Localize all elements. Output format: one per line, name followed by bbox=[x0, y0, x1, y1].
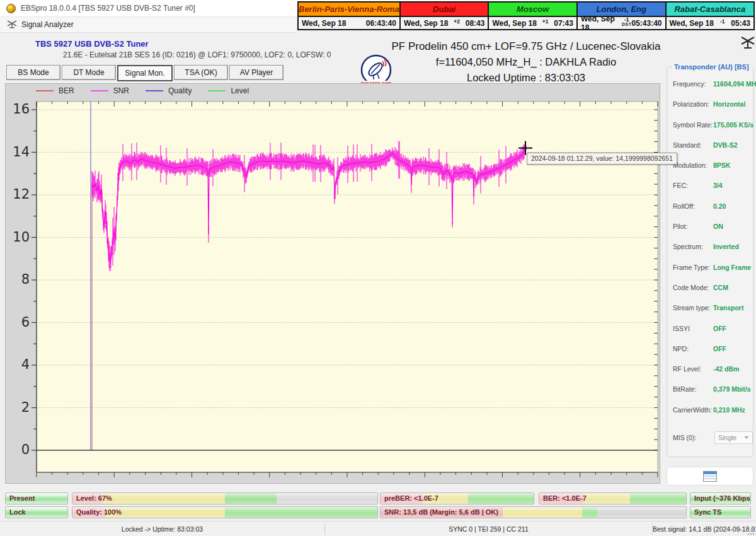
field-npd: NPD:OFF bbox=[667, 345, 753, 365]
field-frequency: Frequency:11604,094 MHz bbox=[667, 80, 753, 100]
level-bar: Level: 67% bbox=[72, 492, 378, 504]
clock-offset: -1 bbox=[720, 20, 725, 24]
field-pilot: Pilot:ON bbox=[667, 223, 753, 243]
clock-offset: +1 bbox=[542, 20, 549, 24]
field-code-mode: Code Mode:CCM bbox=[667, 284, 753, 304]
clock-time: 06:43:40 bbox=[366, 19, 396, 28]
tuner-details: 21.6E - Eutelsat 21B SES 16 (ID: 0216) @… bbox=[63, 50, 331, 59]
present-indicator: Present bbox=[5, 492, 68, 504]
chevron-down-icon bbox=[744, 436, 749, 439]
clock-moscow: Moscow Wed, Sep 18+107:43 bbox=[488, 1, 578, 30]
field-rf-level: RF Level:-42 dBm bbox=[667, 365, 753, 385]
chart-tooltip: 2024-09-18 01.12.29, value: 14,199999809… bbox=[527, 153, 677, 165]
clock-offset: +2 bbox=[454, 20, 460, 24]
clock-dst-label: DST bbox=[622, 22, 632, 26]
field-spectrum: Spectrum:Inverted bbox=[667, 243, 753, 263]
toolbar: Signal Analyzer bbox=[0, 17, 296, 32]
ber-line-swatch bbox=[36, 90, 54, 91]
tab-bs-mode[interactable]: BS Mode bbox=[6, 65, 60, 80]
table-icon bbox=[703, 471, 717, 482]
transponder-panel-title: Transponder (AU) [BS] bbox=[672, 63, 751, 71]
clock-city-label: Moscow bbox=[489, 3, 576, 17]
chart-plot-area[interactable] bbox=[6, 84, 661, 484]
field-modulation: Modulation:8PSK bbox=[667, 161, 753, 182]
tuner-name: TBS 5927 USB DVB-S2 Tuner bbox=[35, 39, 149, 49]
transponder-fields: Frequency:11604,094 MHz Polarization:Hor… bbox=[667, 80, 753, 445]
legend-item-level: Level bbox=[208, 86, 249, 95]
clock-city-label: Berlin-Paris-Vienna-Roma bbox=[299, 3, 399, 17]
field-rolloff: RollOff:0.20 bbox=[667, 202, 753, 223]
field-carrier-width: CarrierWidth:0,210 MHz bbox=[667, 406, 753, 426]
clock-time: 07:43 bbox=[554, 19, 573, 28]
lock-indicator: Lock bbox=[5, 506, 68, 518]
clock-date: Wed, Sep 18 bbox=[581, 15, 622, 32]
chart-legend: BER SNR Quality Level bbox=[36, 86, 249, 95]
quality-line-swatch bbox=[146, 90, 163, 91]
y-axis-label: 6 bbox=[11, 315, 30, 330]
level-line-swatch bbox=[208, 90, 226, 91]
y-axis-label: 10 bbox=[11, 230, 30, 245]
y-axis-label: 0 bbox=[11, 442, 30, 457]
world-clocks: Berlin-Paris-Vienna-Roma Wed, Sep 1806:4… bbox=[297, 1, 755, 30]
field-standard: Standard:DVB-S2 bbox=[667, 141, 753, 161]
signal-chart[interactable]: BER SNR Quality Level 16 14 12 10 8 6 4 … bbox=[5, 83, 660, 484]
transponder-panel: Transponder (AU) [BS] Frequency:11604,09… bbox=[667, 67, 753, 457]
toolbar-divider bbox=[0, 32, 296, 33]
header-frequency-line: f=11604,050 MHz_H_ : DAKHLA Radio bbox=[378, 54, 674, 70]
sync-ts-indicator: Sync TS bbox=[690, 506, 751, 518]
status-bar: Locked -> Uptime: 83:03:03 SYNC 0 | TEI … bbox=[0, 521, 756, 536]
clock-offset: -1 bbox=[624, 18, 629, 22]
app-icon bbox=[6, 4, 16, 13]
clock-city-label: Dubai bbox=[401, 3, 488, 17]
input-indicator: Input (~376 Kbps) bbox=[690, 492, 751, 504]
tab-av-player[interactable]: AV Player bbox=[229, 65, 284, 80]
clock-city-label: Rabat-Casablanca bbox=[667, 3, 754, 17]
legend-item-ber: BER bbox=[36, 86, 74, 95]
status-best-signal: Best signal: 14,1 dB (2024-09-18 01:12) bbox=[653, 521, 747, 536]
field-bitrate: BitRate:0,379 Mbit/s bbox=[667, 385, 753, 405]
clock-date: Wed, Sep 18 bbox=[404, 19, 448, 28]
mis-dropdown[interactable]: Single bbox=[714, 431, 753, 444]
status-sync: SYNC 0 | TEI 259 | CC 211 bbox=[325, 521, 652, 536]
preber-bar: preBER: <1.0E-7 bbox=[380, 492, 534, 504]
clock-date: Wed, Sep 18 bbox=[302, 19, 346, 28]
toolbar-label: Signal Analyzer bbox=[21, 20, 74, 29]
y-axis-label: 14 bbox=[11, 144, 30, 160]
y-axis-label: 4 bbox=[11, 357, 30, 372]
y-axis-label: 12 bbox=[11, 187, 30, 202]
field-issyi: ISSYIOFF bbox=[667, 325, 753, 345]
signal-analyzer-icon bbox=[6, 20, 18, 30]
y-axis-label: 16 bbox=[11, 102, 30, 117]
clock-time: 05:43 bbox=[731, 19, 750, 28]
tab-dt-mode[interactable]: DT Mode bbox=[62, 65, 116, 80]
field-fec: FEC:3/4 bbox=[667, 182, 753, 202]
clock-time: 08:43 bbox=[466, 19, 485, 28]
capture-button[interactable] bbox=[667, 467, 753, 486]
clock-time: 05:43:40 bbox=[631, 19, 662, 28]
tab-signal-mon[interactable]: Signal Mon. bbox=[117, 65, 173, 81]
field-stream-type: Stream type:Transport bbox=[667, 304, 753, 324]
tab-tsa[interactable]: TSA (OK) bbox=[174, 65, 228, 80]
session-header: PF Prodelin 450 cm+ LOF=9.75 GHz / Lucen… bbox=[378, 39, 674, 85]
header-antenna-line: PF Prodelin 450 cm+ LOF=9.75 GHz / Lucen… bbox=[378, 39, 674, 54]
quality-bar: Quality: 100% bbox=[72, 506, 378, 518]
field-frame-type: Frame Type:Long Frame bbox=[667, 264, 753, 284]
field-polarization: Polarization:Horizontal bbox=[667, 100, 753, 120]
clock-berlin: Berlin-Paris-Vienna-Roma Wed, Sep 1806:4… bbox=[297, 1, 401, 30]
y-axis-label: 2 bbox=[11, 400, 30, 415]
app-window: EBSpro 18.0.0.4 [TBS 5927 USB DVB-S2 Tun… bbox=[0, 0, 756, 536]
snr-line-swatch bbox=[91, 90, 108, 91]
clock-london: London, Eng Wed, Sep 18-1DST05:43:40 bbox=[576, 1, 667, 30]
y-axis-label: 8 bbox=[11, 272, 30, 287]
clock-date: Wed, Sep 18 bbox=[492, 19, 536, 28]
field-symbol-rate: Symbol Rate:175,005 KS/s bbox=[667, 121, 753, 141]
snr-bar: SNR: 13,5 dB (Margin: 5,6 dB | OK) bbox=[380, 506, 687, 518]
clock-rabat: Rabat-Casablanca Wed, Sep 18-105:43 bbox=[665, 1, 755, 30]
window-title: EBSpro 18.0.0.4 [TBS 5927 USB DVB-S2 Tun… bbox=[21, 4, 195, 13]
ber-bar: BER: <1.0E-7 bbox=[539, 492, 687, 504]
status-uptime: Locked -> Uptime: 83:03:03 bbox=[0, 521, 324, 536]
clock-dubai: Dubai Wed, Sep 18+208:43 bbox=[399, 1, 490, 30]
mode-tabs: BS Mode DT Mode Signal Mon. TSA (OK) AV … bbox=[6, 65, 285, 81]
resize-grip[interactable] bbox=[748, 528, 754, 535]
legend-item-quality: Quality bbox=[146, 86, 192, 95]
